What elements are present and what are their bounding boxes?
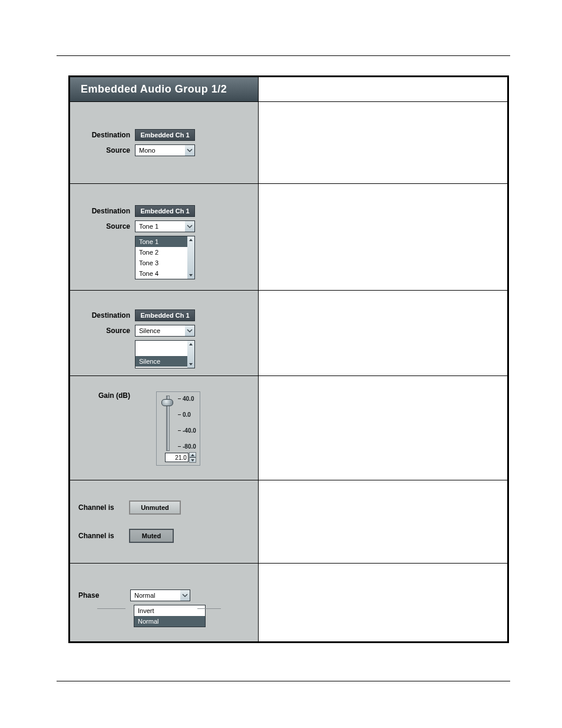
gain-slider[interactable] [160, 396, 176, 450]
destination-label: Destination [78, 207, 135, 215]
option-invert[interactable]: Invert [134, 605, 205, 616]
panel-gain: Gain (dB) 40.0 [70, 376, 258, 480]
destination-label: Destination [78, 311, 135, 319]
gain-label: Gain (dB) [78, 391, 135, 466]
phase-value: Normal [131, 592, 180, 599]
bottom-rule [57, 681, 510, 681]
phase-select[interactable]: Normal [130, 589, 190, 601]
chevron-down-icon [185, 221, 194, 232]
table: Embedded Audio Group 1/2 Destination Emb… [68, 75, 509, 643]
scroll-up-icon[interactable] [187, 236, 194, 243]
scrollbar[interactable] [187, 341, 194, 368]
row4-right [259, 376, 507, 480]
source-value: Silence [135, 327, 185, 334]
gain-spinner: 21.0 [160, 452, 196, 463]
spinner-up-icon[interactable] [189, 452, 196, 457]
scroll-up-icon[interactable] [187, 341, 194, 348]
header-cell: Embedded Audio Group 1/2 [70, 77, 259, 101]
callout-line [97, 608, 125, 609]
destination-field: Embedded Ch 1 [135, 205, 195, 217]
phase-options-list[interactable]: Invert Normal [134, 605, 206, 627]
row2-right [259, 184, 507, 290]
panel-dest-source-mono: Destination Embedded Ch 1 Source Mono [70, 102, 258, 183]
destination-value: Embedded Ch 1 [140, 312, 189, 319]
tick-minus80: -80.0 [178, 443, 196, 450]
panel-header: Embedded Audio Group 1/2 [70, 77, 258, 101]
destination-label: Destination [78, 131, 135, 139]
slider-ticks: 40.0 0.0 -40.0 -80.0 [178, 396, 196, 450]
tick-40: 40.0 [178, 396, 196, 402]
source-options-list[interactable]: Tone 1 Tone 2 Tone 3 Tone 4 [135, 236, 195, 279]
page: Embedded Audio Group 1/2 Destination Emb… [0, 0, 562, 728]
channel-is-label: Channel is [78, 503, 129, 512]
chevron-down-icon [180, 590, 190, 601]
source-label: Source [78, 222, 135, 230]
source-select[interactable]: Mono [135, 144, 195, 156]
channel-is-label: Channel is [78, 532, 129, 540]
chevron-down-icon [185, 145, 194, 156]
row5-right [259, 480, 507, 563]
gain-slider-frame: 40.0 0.0 -40.0 -80.0 21.0 [156, 391, 200, 466]
option-normal[interactable]: Normal [134, 616, 205, 627]
source-select[interactable]: Silence [135, 325, 195, 337]
source-label: Source [78, 146, 135, 154]
muted-button[interactable]: Muted [129, 529, 174, 543]
header-right-cell [259, 77, 507, 101]
row3-right [259, 291, 507, 375]
unmuted-button-label: Unmuted [141, 504, 169, 511]
destination-field: Embedded Ch 1 [135, 309, 195, 321]
unmuted-button[interactable]: Unmuted [129, 500, 181, 515]
gain-value[interactable]: 21.0 [165, 453, 189, 462]
top-rule [57, 55, 510, 56]
source-options-list[interactable]: Silence [135, 340, 195, 368]
tick-0: 0.0 [178, 411, 196, 418]
chevron-down-icon [185, 325, 194, 336]
spinner-down-icon[interactable] [189, 457, 196, 463]
scroll-down-icon[interactable] [187, 272, 194, 279]
source-label: Source [78, 327, 135, 335]
phase-label: Phase [78, 591, 130, 599]
panel-phase: Phase Normal Invert Normal [70, 564, 258, 641]
tick-minus40: -40.0 [178, 427, 196, 434]
row6-right [259, 564, 507, 641]
scrollbar[interactable] [187, 236, 194, 279]
panel-mute: Channel is Unmuted Channel is Muted [70, 480, 258, 563]
slider-thumb[interactable] [161, 399, 173, 406]
option-silence[interactable]: Silence [135, 356, 194, 367]
source-select[interactable]: Tone 1 [135, 220, 195, 232]
source-value: Tone 1 [135, 223, 185, 230]
muted-button-label: Muted [142, 532, 161, 539]
option-tone-1[interactable]: Tone 1 [135, 236, 194, 247]
callout-line [197, 608, 221, 609]
destination-value: Embedded Ch 1 [140, 207, 189, 215]
scroll-down-icon[interactable] [187, 361, 194, 368]
panel-tone-options: Destination Embedded Ch 1 Source Tone 1 … [70, 184, 258, 290]
source-value: Mono [135, 147, 185, 154]
panel-silence: Destination Embedded Ch 1 Source Silence [70, 291, 258, 375]
option-tone-3[interactable]: Tone 3 [135, 258, 194, 268]
destination-field: Embedded Ch 1 [135, 129, 195, 141]
destination-value: Embedded Ch 1 [140, 131, 189, 139]
option-tone-2[interactable]: Tone 2 [135, 247, 194, 258]
row1-right [259, 102, 507, 183]
option-tone-4[interactable]: Tone 4 [135, 268, 194, 279]
